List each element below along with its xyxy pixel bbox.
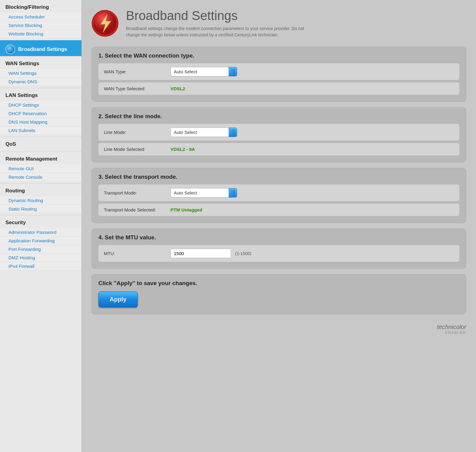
line-mode-select-wrapper[interactable]: Auto Select ADSL ADSL2 ADSL2+ VDSL2 VDSL… [170, 128, 237, 137]
sidebar-item-port-forwarding[interactable]: Port Forwarding [0, 245, 81, 254]
field-row-mtu: MTU: (1-1500) [98, 245, 459, 262]
sidebar-item-dynamic-routing[interactable]: Dynamic Routing [0, 196, 81, 205]
wan-type-select-wrapper[interactable]: Auto Select PPPoE PPPoA IPoE IPoA [170, 67, 237, 76]
wan-type-select[interactable]: Auto Select PPPoE PPPoA IPoE IPoA [170, 67, 237, 76]
section-mtu: 4. Set the MTU value. MTU: (1-1500) [91, 228, 466, 269]
section-line-mode: 2. Select the line mode. Line Mode: Auto… [91, 107, 466, 162]
sidebar-section-remote-management: Remote Management Remote GUI Remote Cons… [0, 152, 81, 184]
field-row-line-mode-selected: Line Mode Selected: VDSL2 - 8A [98, 143, 459, 155]
sidebar-item-remote-gui[interactable]: Remote GUI [0, 165, 81, 173]
arrow-down-icon-2 [231, 132, 234, 134]
section-line-mode-title: 2. Select the line mode. [98, 113, 459, 120]
sidebar-item-dhcp-settings[interactable]: DHCP Settings [0, 101, 81, 109]
line-mode-select-arrow[interactable] [229, 128, 237, 137]
sidebar-item-broadband-settings[interactable]: Broadband Settings [0, 40, 81, 56]
sidebar-item-remote-console[interactable]: Remote Console [0, 173, 81, 181]
footer-sub: ENABLED [91, 331, 466, 335]
field-row-line-mode: Line Mode: Auto Select ADSL ADSL2 ADSL2+… [98, 124, 459, 141]
arrow-down-icon [231, 72, 234, 74]
apply-button[interactable]: Apply [98, 291, 138, 307]
section-wan-connection-title: 1. Select the WAN connection type. [98, 52, 459, 59]
sidebar-header-lan-settings: LAN Settings [0, 88, 81, 101]
sidebar-header-security: Security [0, 215, 81, 228]
transport-mode-label: Transport Mode: [104, 190, 170, 195]
field-row-wan-type: WAN Type: Auto Select PPPoE PPPoA IPoE I… [98, 63, 459, 80]
section-mtu-title: 4. Set the MTU value. [98, 234, 459, 241]
transport-mode-select-wrapper[interactable]: Auto Select PTM ATM PTM Untagged [170, 188, 237, 198]
sidebar-item-administrator-password[interactable]: Administrator Password [0, 228, 81, 237]
sidebar-item-ipv4-firewall[interactable]: IPv4 Firewall [0, 262, 81, 271]
sidebar-section-lan-settings: LAN Settings DHCP Settings DHCP Reservat… [0, 88, 81, 137]
line-mode-selected-value: VDSL2 - 8A [170, 147, 195, 152]
arrow-up-icon-3 [231, 191, 234, 193]
transport-mode-select[interactable]: Auto Select PTM ATM PTM Untagged [170, 188, 237, 198]
wan-type-select-arrow[interactable] [229, 67, 237, 76]
apply-title: Click "Apply" to save your changes. [98, 280, 459, 287]
sidebar-item-access-scheduler[interactable]: Access Scheduler [0, 13, 81, 21]
sidebar-section-qos: QoS [0, 137, 81, 152]
sidebar-section-blocking-filtering: Blocking/Filtering Access Scheduler Serv… [0, 0, 81, 40]
main-content: Broadband Settings Broadband settings ch… [82, 0, 476, 452]
sidebar-item-dns-host-mapping[interactable]: DNS Host Mapping [0, 118, 81, 126]
field-row-transport-mode: Transport Mode: Auto Select PTM ATM PTM … [98, 184, 459, 201]
line-mode-selected-label: Line Mode Selected: [104, 147, 170, 152]
field-row-transport-mode-selected: Transport Mode Selected: PTM Untagged [98, 204, 459, 216]
header-text: Broadband Settings Broadband settings ch… [126, 8, 308, 38]
wan-type-label: WAN Type: [104, 69, 170, 74]
section-wan-connection: 1. Select the WAN connection type. WAN T… [91, 47, 466, 102]
mtu-label: MTU: [104, 251, 170, 256]
sidebar-header-qos: QoS [0, 137, 81, 150]
sidebar: Blocking/Filtering Access Scheduler Serv… [0, 0, 82, 452]
page-header: Broadband Settings Broadband settings ch… [91, 8, 466, 38]
footer: technicolor ENABLED [91, 314, 466, 335]
sidebar-section-wan-settings: WAN Settings WAN Settings Dynamic DNS [0, 56, 81, 88]
sidebar-active-label: Broadband Settings [18, 46, 67, 52]
line-mode-label: Line Mode: [104, 130, 170, 135]
field-row-wan-type-selected: WAN Type Selected: VDSL2 [98, 82, 459, 95]
transport-mode-selected-label: Transport Mode Selected: [104, 207, 170, 212]
page-title: Broadband Settings [126, 8, 308, 23]
apply-section: Click "Apply" to save your changes. Appl… [91, 274, 466, 314]
footer-brand: technicolor [91, 324, 466, 331]
sidebar-header-remote-management: Remote Management [0, 152, 81, 165]
broadband-icon [5, 45, 15, 54]
wan-type-selected-label: WAN Type Selected: [104, 86, 170, 91]
sidebar-header-blocking-filtering: Blocking/Filtering [0, 0, 81, 13]
sidebar-item-dynamic-dns[interactable]: Dynamic DNS [0, 78, 81, 86]
mtu-range-label: (1-1500) [235, 251, 251, 256]
sidebar-item-website-blocking[interactable]: Website Blocking [0, 30, 81, 38]
sidebar-item-static-routing[interactable]: Static Routing [0, 205, 81, 213]
sidebar-item-wan-settings[interactable]: WAN Settings [0, 69, 81, 78]
section-transport-mode-title: 3. Select the transport mode. [98, 174, 459, 180]
transport-mode-selected-value: PTM Untagged [170, 207, 202, 212]
sidebar-header-wan-settings: WAN Settings [0, 56, 81, 69]
sidebar-item-application-forwarding[interactable]: Application Forwarding [0, 237, 81, 245]
sidebar-header-routing: Routing [0, 184, 81, 196]
sidebar-item-dmz-hosting[interactable]: DMZ Hosting [0, 254, 81, 262]
page-icon [91, 10, 119, 37]
mtu-input[interactable] [170, 249, 231, 258]
line-mode-select[interactable]: Auto Select ADSL ADSL2 ADSL2+ VDSL2 VDSL… [170, 128, 237, 137]
arrow-up-icon [231, 70, 234, 71]
header-icon-svg [91, 10, 119, 37]
wan-type-selected-value: VDSL2 [170, 86, 185, 91]
arrow-down-icon-3 [231, 193, 234, 195]
page-description: Broadband settings change the modem conn… [126, 25, 308, 38]
sidebar-item-lan-subnets[interactable]: LAN Subnets [0, 126, 81, 135]
sidebar-section-routing: Routing Dynamic Routing Static Routing [0, 184, 81, 215]
arrow-up-icon-2 [231, 130, 234, 132]
transport-mode-select-arrow[interactable] [229, 188, 237, 198]
section-transport-mode: 3. Select the transport mode. Transport … [91, 168, 466, 223]
sidebar-item-service-blocking[interactable]: Service Blocking [0, 21, 81, 30]
sidebar-item-dhcp-reservation[interactable]: DHCP Reservation [0, 109, 81, 118]
sidebar-section-security: Security Administrator Password Applicat… [0, 215, 81, 272]
